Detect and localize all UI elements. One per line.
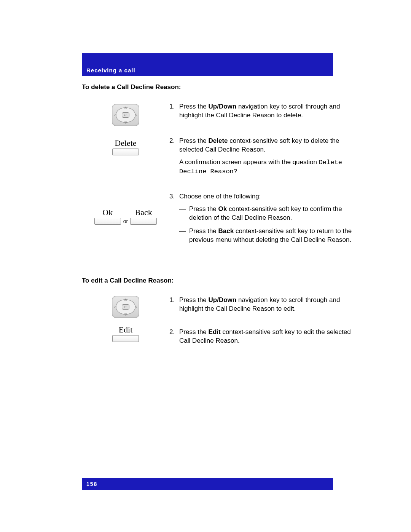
section-edit-title: To edit a Call Decline Reason: — [82, 277, 362, 284]
step-number: 2. — [169, 137, 179, 176]
navpad-down-icon: ▽ — [124, 121, 127, 125]
bold-term: Edit — [209, 328, 221, 335]
delete-step-1: ↵ △ ▽ ◁ ▷ 1. Press the Up/Down navigatio… — [82, 102, 362, 126]
or-text: or — [123, 218, 128, 225]
softkey-ok: Ok — [94, 208, 121, 225]
bold-term: Back — [218, 227, 234, 235]
navpad-left-icon: ◁ — [114, 305, 116, 309]
step-number: 1. — [169, 102, 179, 120]
bold-term: Up/Down — [209, 296, 237, 304]
softkey-ok-back-row: Ok or Back — [94, 208, 157, 225]
navpad-up-icon: △ — [124, 105, 127, 109]
delete-step-3: Ok or Back 3. Choose one of the followin… — [82, 192, 362, 254]
section-delete-title: To delete a Call Decline Reason: — [82, 83, 362, 91]
page-content: Receiving a call To delete a Call Declin… — [0, 0, 411, 384]
navpad-icon: ↵ △ ▽ ◁ ▷ — [112, 296, 139, 318]
delete-step-2: Delete 2. Press the Delete context-sensi… — [82, 137, 362, 182]
step-text: Choose one of the following: — Press the… — [179, 192, 362, 249]
navpad-down-icon: ▽ — [124, 313, 127, 316]
navpad-icon: ↵ △ ▽ ◁ ▷ — [112, 104, 139, 126]
header-bar: Receiving a call — [82, 53, 333, 76]
softkey-button-icon — [130, 218, 157, 225]
dash-icon: — — [179, 205, 189, 222]
step-number: 2. — [169, 328, 179, 345]
step-text: Press the Delete context-sensitive soft … — [179, 137, 362, 176]
navpad-left-icon: ◁ — [114, 113, 116, 117]
softkey-delete: Delete — [112, 138, 139, 155]
bold-term: Up/Down — [209, 103, 237, 110]
softkey-edit: Edit — [112, 325, 139, 342]
edit-steps: ↵ △ ▽ ◁ ▷ Edit 1. Press the Up/Down navi… — [82, 296, 362, 351]
step-text: Press the Edit context-sensitive soft ke… — [179, 328, 362, 345]
sub-item: — Press the Back context-sensitive soft … — [179, 227, 362, 244]
dash-icon: — — [179, 227, 189, 244]
step-text: Press the Up/Down navigation key to scro… — [179, 102, 362, 120]
softkey-button-icon — [94, 218, 121, 225]
step-text: Press the Up/Down navigation key to scro… — [179, 296, 362, 313]
footer-bar: 158 — [82, 478, 333, 490]
navpad-right-icon: ▷ — [135, 113, 137, 117]
softkey-label: Back — [135, 208, 152, 217]
navpad-enter-icon: ↵ — [122, 112, 129, 118]
softkey-back: Back — [130, 208, 157, 225]
navpad-right-icon: ▷ — [135, 305, 137, 309]
softkey-label: Ok — [102, 208, 113, 217]
page-number: 158 — [86, 481, 328, 487]
softkey-label: Delete — [115, 138, 136, 148]
navpad-up-icon: △ — [124, 297, 127, 301]
header-title: Receiving a call — [86, 67, 328, 73]
step-number: 1. — [169, 296, 179, 313]
step-number: 3. — [169, 192, 179, 249]
bold-term: Ok — [218, 205, 227, 212]
softkey-button-icon — [112, 149, 139, 155]
sub-item: — Press the Ok context-sensitive soft ke… — [179, 205, 362, 222]
softkey-button-icon — [112, 335, 139, 342]
navpad-enter-icon: ↵ — [122, 304, 129, 310]
bold-term: Delete — [209, 137, 228, 144]
softkey-label: Edit — [119, 325, 133, 335]
